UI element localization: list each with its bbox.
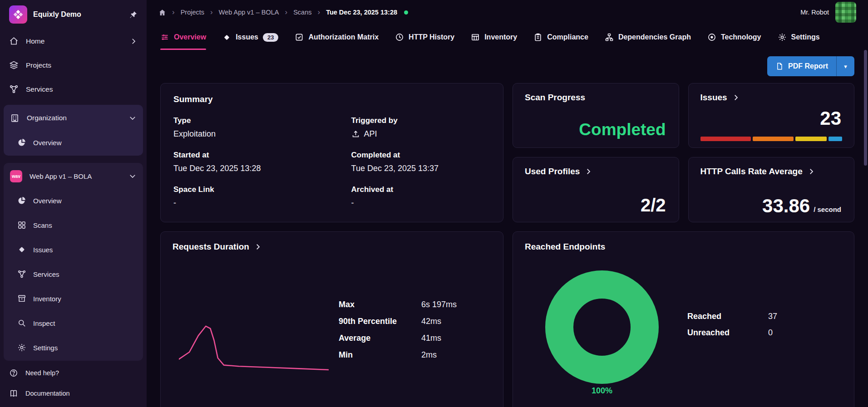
- tab-overview[interactable]: Overview: [160, 25, 206, 50]
- nodes-icon: [9, 84, 19, 94]
- book-icon: [9, 389, 18, 398]
- issues-count-badge: 23: [263, 33, 278, 42]
- sidebar-item-project[interactable]: wav Web App v1 – BOLA: [4, 164, 143, 188]
- summary-field-space-link: Space Link -: [173, 185, 338, 208]
- table-icon: [471, 33, 480, 42]
- tab-dependencies-graph[interactable]: Dependencies Graph: [605, 25, 691, 50]
- card-title: Issues: [700, 93, 727, 103]
- chevron-right-icon[interactable]: [584, 167, 592, 176]
- summary-field-completed-at: Completed at Tue Dec 23, 2025 13:37: [351, 151, 490, 173]
- toolbar: PDF Report ▾: [160, 56, 854, 76]
- legend-row: Reached37: [687, 312, 777, 321]
- reached-endpoints-donut: [545, 270, 659, 384]
- sidebar-item-label: Inventory: [33, 295, 61, 303]
- reached-endpoints-card: Reached Endpoints 100% Reached37 Unreach…: [513, 231, 854, 407]
- sidebar-item-project-overview[interactable]: Overview: [4, 188, 143, 213]
- workspace-title: Equixly Demo: [33, 10, 123, 19]
- issues-card: Issues 23: [688, 83, 855, 148]
- sidebar-item-label: Services: [33, 270, 59, 278]
- pin-sidebar-icon[interactable]: [129, 10, 138, 19]
- issues-severity-bar: [700, 137, 843, 141]
- pdf-report-dropdown[interactable]: ▾: [836, 56, 854, 76]
- app-root: Equixly Demo Home Projects Services Orga…: [0, 0, 868, 407]
- stat-row: 90th Percentile42ms: [339, 313, 457, 330]
- card-title: Requests Duration: [173, 242, 249, 252]
- reached-percent: 100%: [545, 386, 659, 396]
- sidebar-item-need-help[interactable]: Need help?: [0, 363, 147, 383]
- tab-compliance[interactable]: Compliance: [533, 25, 588, 50]
- layers-icon: [9, 60, 19, 70]
- building-icon: [10, 113, 20, 123]
- tab-inventory[interactable]: Inventory: [471, 25, 517, 50]
- card-title: Used Profiles: [525, 167, 580, 177]
- sidebar-item-project-services[interactable]: Services: [4, 262, 143, 286]
- tab-bar: Overview Issues 23 Authorization Matrix …: [147, 25, 868, 50]
- diamond-icon: [17, 245, 26, 254]
- summary-fields: Type Exploitation Triggered by API Start…: [173, 104, 490, 208]
- sidebar-item-project-issues[interactable]: Issues: [4, 237, 143, 262]
- issues-count: 23: [820, 108, 841, 129]
- http-rate-unit: / second: [814, 206, 841, 216]
- card-title: Summary: [173, 94, 490, 104]
- clipboard-icon: [533, 33, 542, 42]
- tab-http-history[interactable]: HTTP History: [395, 25, 454, 50]
- breadcrumb-item[interactable]: Web App v1 – BOLA: [219, 9, 279, 16]
- breadcrumb-home-icon[interactable]: [158, 9, 166, 16]
- breadcrumb: › Projects › Web App v1 – BOLA › Scans ›…: [158, 8, 800, 17]
- tab-label: Issues: [236, 33, 258, 41]
- severity-segment: [795, 137, 827, 141]
- summary-card: Summary Type Exploitation Triggered by A…: [160, 83, 503, 222]
- sidebar-item-project-inventory[interactable]: Inventory: [4, 286, 143, 311]
- chevron-right-icon[interactable]: [807, 167, 815, 176]
- sidebar-item-organization[interactable]: Organization: [4, 106, 143, 130]
- sidebar-item-project-scans[interactable]: Scans: [4, 213, 143, 237]
- breadcrumb-separator: ›: [317, 8, 320, 17]
- stat-row: Average41ms: [339, 330, 457, 347]
- card-title: HTTP Calls Rate Average: [700, 167, 803, 177]
- severity-segment: [753, 137, 794, 141]
- sidebar-item-label: Scans: [33, 221, 52, 229]
- checkbox-icon: [295, 33, 304, 42]
- tab-label: Technology: [721, 33, 761, 41]
- tab-settings[interactable]: Settings: [778, 25, 820, 50]
- sidebar-item-projects[interactable]: Projects: [0, 53, 147, 77]
- document-icon: [775, 62, 784, 70]
- chevron-down-icon: [128, 114, 137, 122]
- sidebar-item-services[interactable]: Services: [0, 77, 147, 101]
- sidebar-item-project-settings[interactable]: Settings: [4, 335, 143, 360]
- card-title: Scan Progress: [525, 93, 667, 103]
- breadcrumb-item[interactable]: Scans: [293, 9, 311, 16]
- pdf-report-button[interactable]: PDF Report ▾: [767, 56, 854, 76]
- tab-label: Authorization Matrix: [308, 33, 379, 41]
- avatar[interactable]: [835, 2, 856, 23]
- tab-technology[interactable]: Technology: [707, 25, 761, 50]
- tab-authorization-matrix[interactable]: Authorization Matrix: [295, 25, 379, 50]
- stat-row: Max6s 197ms: [339, 296, 457, 313]
- summary-field-started-at: Started at Tue Dec 23, 2025 13:28: [173, 151, 338, 173]
- chevron-right-icon[interactable]: [732, 93, 740, 102]
- tab-label: Compliance: [547, 33, 588, 41]
- sidebar-item-documentation[interactable]: Documentation: [0, 383, 147, 403]
- caret-down-icon: ▾: [844, 63, 847, 70]
- legend-row: Unreached0: [687, 328, 777, 338]
- sidebar-item-home[interactable]: Home: [0, 29, 147, 53]
- small-cards: Scan Progress Completed Issues 23 U: [513, 83, 854, 222]
- sidebar-item-project-inspect[interactable]: Inspect: [4, 311, 143, 335]
- severity-segment: [700, 137, 751, 141]
- sidebar-item-organization-overview[interactable]: Overview: [4, 130, 143, 155]
- topbar: › Projects › Web App v1 – BOLA › Scans ›…: [147, 0, 868, 25]
- scrollbar-thumb[interactable]: [864, 50, 867, 166]
- sidebar-item-label: Issues: [33, 246, 53, 254]
- breadcrumb-item[interactable]: Projects: [181, 9, 204, 16]
- scan-status-dot: [404, 10, 408, 15]
- sidebar-item-label: Projects: [26, 61, 138, 69]
- chevron-right-icon[interactable]: [254, 243, 262, 251]
- project-name: Web App v1 – BOLA: [30, 172, 121, 180]
- circle-dot-icon: [707, 33, 716, 42]
- used-profiles-value: 2/2: [641, 195, 666, 216]
- requests-duration-stats: Max6s 197ms 90th Percentile42ms Average4…: [339, 296, 457, 363]
- tab-issues[interactable]: Issues 23: [222, 25, 278, 50]
- chevron-down-icon: [128, 172, 137, 180]
- equixly-logo-icon: [9, 5, 27, 24]
- sidebar-item-label: Need help?: [25, 369, 138, 377]
